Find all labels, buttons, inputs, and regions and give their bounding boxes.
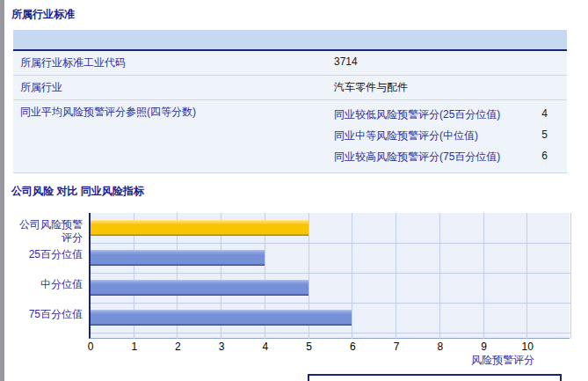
category-label: 25百分位值 <box>13 243 89 273</box>
row-label-industry-code: 所属行业标准工业代码 <box>20 55 334 70</box>
x-tick-label: 6 <box>350 341 356 353</box>
list-item: 同业较低风险预警评分(25百分位值) 4 <box>334 105 560 126</box>
sub-value-median: 5 <box>541 128 560 143</box>
sub-label-median: 同业中等风险预警评分(中位值) <box>334 128 478 143</box>
list-item: 同业较高风险预警评分(75百分位值) 6 <box>334 147 560 168</box>
gridline <box>526 213 527 339</box>
gridline <box>352 213 352 339</box>
sub-label-p75: 同业较高风险预警评分(75百分位值) <box>334 150 500 165</box>
x-tick-label: 1 <box>131 341 137 353</box>
x-tick-label: 5 <box>306 341 312 353</box>
table-row: 所属行业标准工业代码 3714 <box>13 51 567 76</box>
x-tick-label: 9 <box>481 341 487 353</box>
gridline <box>91 243 571 244</box>
x-tick-label: 3 <box>219 341 225 353</box>
chart-legend: 特思通管路技术（苏州）有限公司 行业 <box>308 374 562 381</box>
gridline <box>91 303 571 304</box>
bar-industry <box>91 280 309 296</box>
gridline <box>91 333 571 333</box>
gridline <box>483 213 484 339</box>
gridline <box>570 213 571 339</box>
chart-x-axis-title: 风险预警评分 <box>91 353 571 368</box>
plot-area <box>89 213 570 339</box>
sub-value-p75: 6 <box>541 150 560 165</box>
x-tick-label: 8 <box>437 341 443 353</box>
x-tick-label: 2 <box>175 341 181 353</box>
table-row: 所属行业 汽车零件与配件 <box>13 76 567 100</box>
chart-x-axis-ticks: 012345678910 <box>91 339 571 352</box>
gridline <box>439 213 440 339</box>
left-edge-strip <box>0 0 4 381</box>
bar-industry <box>91 250 265 266</box>
bar-industry <box>91 310 352 326</box>
list-item: 同业中等风险预警评分(中位值) 5 <box>334 126 560 147</box>
gridline <box>91 273 571 274</box>
report-page: 所属行业标准 所属行业标准工业代码 3714 所属行业 汽车零件与配件 同业平均… <box>4 0 588 381</box>
risk-comparison-chart: 公司风险预警评分25百分位值中分位值75百分位值 012345678910 风险… <box>13 213 588 381</box>
row-value-industry-code: 3714 <box>334 55 560 68</box>
table-header-band <box>13 30 567 51</box>
section-title-industry-standard: 所属行业标准 <box>9 7 588 22</box>
x-tick-label: 0 <box>88 341 94 353</box>
category-label: 75百分位值 <box>13 303 89 333</box>
industry-standard-table: 所属行业标准工业代码 3714 所属行业 汽车零件与配件 同业平均风险预警评分参… <box>13 30 567 173</box>
bar-company <box>91 220 309 236</box>
sub-label-p25: 同业较低风险预警评分(25百分位值) <box>334 107 500 122</box>
gridline <box>396 213 396 339</box>
section-title-risk-comparison: 公司风险 对比 同业风险指标 <box>9 184 588 199</box>
chart-y-axis-labels: 公司风险预警评分25百分位值中分位值75百分位值 <box>13 213 89 339</box>
peer-score-sublist: 同业较低风险预警评分(25百分位值) 4 同业中等风险预警评分(中位值) 5 同… <box>334 105 560 168</box>
row-label-peer-average: 同业平均风险预警评分参照(四等分数) <box>20 105 334 120</box>
x-tick-label: 7 <box>394 341 400 353</box>
table-row: 同业平均风险预警评分参照(四等分数) 同业较低风险预警评分(25百分位值) 4 … <box>13 100 567 173</box>
category-label: 公司风险预警评分 <box>13 213 89 243</box>
category-label: 中分位值 <box>13 273 89 303</box>
sub-value-p25: 4 <box>541 107 560 122</box>
row-label-industry: 所属行业 <box>20 80 334 95</box>
x-tick-label: 10 <box>522 341 534 353</box>
x-tick-label: 4 <box>263 341 269 353</box>
row-value-industry: 汽车零件与配件 <box>334 80 560 95</box>
